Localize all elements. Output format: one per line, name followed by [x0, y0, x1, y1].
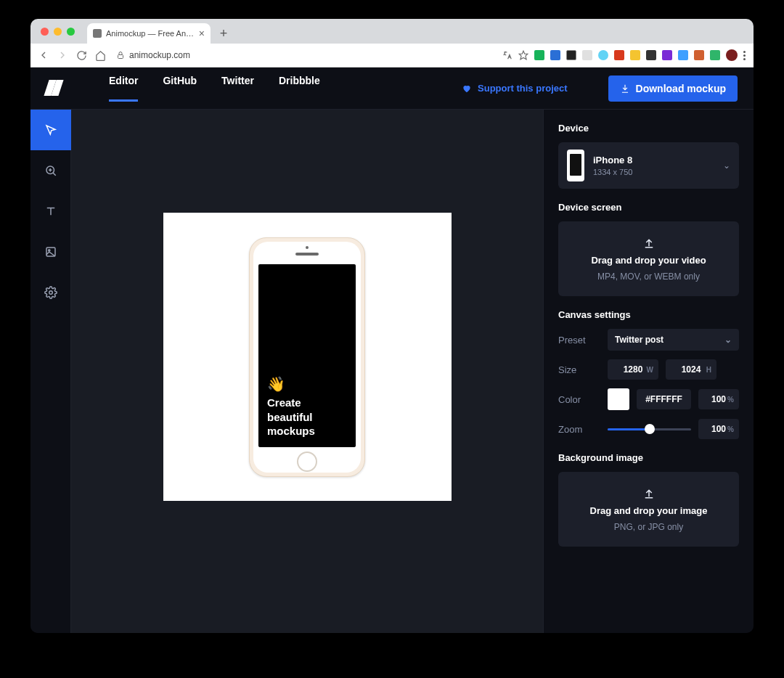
opacity-value: 100 — [711, 394, 726, 404]
reload-icon[interactable] — [75, 49, 87, 61]
width-value: 1280 — [624, 364, 643, 375]
main-nav: Editor GitHub Twitter Dribbble — [109, 75, 320, 102]
zoom-input[interactable]: 100 % — [698, 419, 739, 439]
screen-text-line: Create — [267, 396, 347, 410]
upload-icon — [642, 486, 656, 499]
text-tool[interactable] — [30, 191, 71, 232]
device-name: iPhone 8 — [593, 155, 714, 166]
download-icon — [620, 83, 630, 94]
height-unit: H — [706, 366, 711, 374]
screen-text-line: mockups — [267, 424, 347, 438]
video-drop-zone[interactable]: Drag and drop your video MP4, MOV, or WE… — [558, 221, 739, 296]
favicon-icon — [93, 29, 102, 38]
color-opacity-input[interactable]: 100 % — [698, 389, 739, 409]
browser-tab-strip: Animockup — Free Animated Mo × + — [30, 19, 754, 44]
settings-tool[interactable] — [30, 272, 71, 313]
zoom-slider[interactable] — [608, 428, 691, 430]
image-icon — [44, 245, 57, 258]
percent-unit: % — [727, 396, 734, 404]
home-icon[interactable] — [94, 49, 106, 61]
extension-icon[interactable] — [534, 50, 544, 60]
forward-icon[interactable] — [57, 49, 68, 61]
maximize-window-icon[interactable] — [67, 28, 75, 36]
svg-point-8 — [49, 291, 52, 295]
extension-icon[interactable] — [566, 50, 576, 60]
section-heading-bg: Background image — [558, 452, 739, 463]
device-mockup-iphone8[interactable]: 👋 Create beautiful mockups — [249, 237, 365, 477]
drop-title: Drag and drop your video — [591, 255, 706, 266]
back-icon[interactable] — [38, 49, 49, 61]
device-dimensions: 1334 x 750 — [593, 168, 714, 176]
cursor-icon — [44, 123, 57, 136]
drop-subtitle: PNG, or JPG only — [614, 522, 683, 532]
gear-icon — [44, 286, 57, 299]
lock-icon — [116, 51, 125, 60]
section-heading-canvas: Canvas settings — [558, 309, 739, 320]
chevron-down-icon: ⌄ — [723, 160, 730, 171]
zoom-tool[interactable] — [30, 150, 71, 191]
translate-icon[interactable] — [502, 50, 513, 60]
width-input[interactable]: 1280 W — [608, 359, 658, 380]
nav-github[interactable]: GitHub — [163, 75, 197, 102]
upload-icon — [642, 236, 656, 249]
width-unit: W — [647, 366, 653, 374]
image-drop-zone[interactable]: Drag and drop your image PNG, or JPG onl… — [558, 472, 739, 547]
zoom-value: 100 — [711, 424, 726, 434]
close-window-icon[interactable] — [41, 28, 49, 36]
nav-dribbble[interactable]: Dribbble — [279, 75, 320, 102]
percent-unit: % — [727, 425, 734, 433]
nav-twitter[interactable]: Twitter — [221, 75, 254, 102]
screen-text-line: beautiful — [267, 410, 347, 425]
preset-value: Twitter post — [615, 335, 663, 345]
support-link[interactable]: Support this project — [462, 83, 568, 94]
extension-icon[interactable] — [694, 50, 704, 60]
close-tab-icon[interactable]: × — [199, 28, 205, 39]
download-mockup-button[interactable]: Download mockup — [608, 75, 738, 102]
image-tool[interactable] — [30, 232, 71, 272]
extension-icon[interactable] — [710, 50, 720, 60]
device-select[interactable]: iPhone 8 1334 x 750 ⌄ — [558, 142, 739, 189]
magnifier-icon — [44, 164, 57, 177]
size-label: Size — [558, 364, 600, 375]
camera-icon — [306, 246, 309, 249]
slider-knob-icon[interactable] — [645, 424, 655, 434]
new-tab-button[interactable]: + — [215, 25, 232, 42]
url-field[interactable]: animockup.com — [116, 50, 190, 60]
app-logo-icon[interactable] — [46, 80, 61, 97]
canvas[interactable]: 👋 Create beautiful mockups — [163, 213, 452, 501]
svg-rect-0 — [118, 55, 123, 59]
minimize-window-icon[interactable] — [54, 28, 62, 36]
browser-menu-icon[interactable] — [743, 51, 746, 60]
extension-icon[interactable] — [662, 50, 672, 60]
section-heading-device: Device — [558, 123, 739, 134]
home-button-icon — [297, 452, 317, 472]
extension-icon[interactable] — [630, 50, 640, 60]
extension-icon[interactable] — [598, 50, 608, 60]
browser-address-bar: animockup.com — [30, 44, 754, 68]
extension-icon[interactable] — [582, 50, 592, 60]
extension-icon[interactable] — [614, 50, 624, 60]
preset-select[interactable]: Twitter post ⌄ — [608, 329, 739, 351]
nav-editor[interactable]: Editor — [109, 75, 138, 102]
drop-subtitle: MP4, MOV, or WEBM only — [597, 271, 700, 282]
zoom-label: Zoom — [558, 424, 600, 435]
profile-avatar[interactable] — [726, 49, 738, 61]
browser-window: Animockup — Free Animated Mo × + animock… — [30, 19, 754, 633]
heart-icon — [462, 83, 472, 94]
download-button-label: Download mockup — [636, 83, 726, 94]
color-swatch[interactable] — [608, 388, 629, 410]
extension-icon[interactable] — [678, 50, 688, 60]
device-screen[interactable]: 👋 Create beautiful mockups — [258, 264, 356, 447]
svg-marker-1 — [519, 51, 528, 60]
height-value: 1024 — [682, 364, 701, 375]
canvas-area[interactable]: 👋 Create beautiful mockups — [71, 110, 543, 633]
star-icon[interactable] — [518, 50, 528, 60]
chevron-down-icon: ⌄ — [724, 335, 732, 345]
color-hex-input[interactable]: #FFFFFF — [637, 389, 691, 409]
height-input[interactable]: 1024 H — [666, 359, 716, 380]
extension-icon[interactable] — [646, 50, 656, 60]
browser-tab-active[interactable]: Animockup — Free Animated Mo × — [87, 23, 211, 44]
svg-point-7 — [48, 250, 49, 251]
select-tool[interactable] — [30, 110, 71, 150]
extension-icon[interactable] — [550, 50, 560, 60]
